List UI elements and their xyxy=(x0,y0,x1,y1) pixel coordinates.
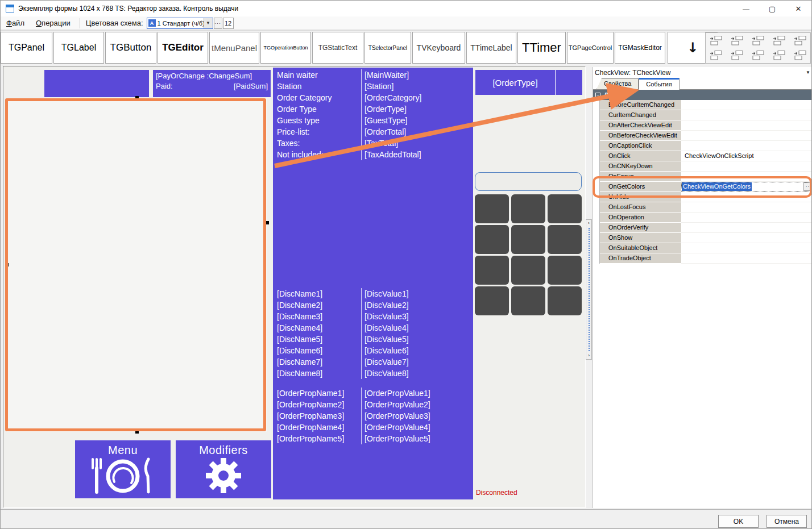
quantity-input[interactable] xyxy=(475,172,582,191)
event-name[interactable]: OnBeforeCheckViewEdit xyxy=(600,131,681,141)
toolbar-button-tgmaskeditor[interactable]: TGMaskEditor xyxy=(615,32,665,64)
chevron-down-icon[interactable]: ▼ xyxy=(204,18,213,28)
event-row-ontradeobject[interactable]: OnTradeObject xyxy=(593,253,812,264)
event-row-curitemchanged[interactable]: CurItemChanged xyxy=(593,110,812,120)
event-name[interactable]: OnCNKeyDown xyxy=(600,161,681,172)
event-value[interactable] xyxy=(681,192,812,202)
toolbar-button-tgbutton[interactable]: TGButton xyxy=(105,32,156,64)
toolbar-button-tgoperationbutton[interactable]: TGOperationButton xyxy=(260,32,311,64)
event-name[interactable]: OnTradeObject xyxy=(600,253,681,264)
event-value-editor[interactable]: CheckViewOnGetColors·· xyxy=(681,182,812,191)
order-info-panel[interactable]: Main waiter[MainWaiter]Station[Station]O… xyxy=(273,68,473,499)
design-label-row[interactable]: [OrderPropName2][OrderPropValue2] xyxy=(273,399,473,410)
event-value[interactable] xyxy=(681,141,812,151)
keypad-button[interactable] xyxy=(475,225,509,254)
design-label-row[interactable]: Price-list:[OrderTotal] xyxy=(273,126,473,138)
design-label-row[interactable]: Guests type[GuestType] xyxy=(273,115,473,126)
event-row-onclick[interactable]: OnClickCheckViewOnClickScript xyxy=(593,151,812,161)
design-label-row[interactable]: [DiscName5][DiscValue5] xyxy=(273,334,473,345)
close-icon[interactable]: ✕ xyxy=(785,1,811,16)
event-name[interactable]: OnOperation xyxy=(600,213,681,223)
design-label-row[interactable]: [DiscName6][DiscValue6] xyxy=(273,345,473,356)
event-value[interactable] xyxy=(681,253,812,264)
event-value[interactable] xyxy=(681,161,812,172)
toolbar-button-tgpagecontrol[interactable]: TGPageControl xyxy=(567,32,614,64)
event-name[interactable]: OnLostFocus xyxy=(600,202,681,213)
event-row-ongetcolors[interactable]: OnGetColorsCheckViewOnGetColors·· xyxy=(593,182,812,192)
design-label-row[interactable]: Not included:[TaxAddedTotal] xyxy=(273,149,473,160)
event-name[interactable]: OnShow xyxy=(600,233,681,243)
event-value[interactable]: CheckViewOnClickScript xyxy=(681,151,812,161)
event-value[interactable] xyxy=(681,110,812,120)
design-label-row[interactable]: [DiscName3][DiscValue3] xyxy=(273,311,473,322)
space-equally-horizontal-icon[interactable] xyxy=(772,35,786,46)
event-value[interactable] xyxy=(681,243,812,253)
toolbar-button-ttimer[interactable]: TTimer xyxy=(517,32,566,64)
design-label-row[interactable]: Main waiter[MainWaiter] xyxy=(273,69,473,81)
toolbar-button-tselectorpanel[interactable]: TSelectorPanel xyxy=(364,32,411,64)
keypad-button[interactable] xyxy=(511,194,545,223)
selection-handle[interactable] xyxy=(135,96,139,99)
keypad-button[interactable] xyxy=(548,194,582,223)
design-label-row[interactable]: [DiscName1][DiscValue1] xyxy=(273,288,473,299)
menu-button[interactable]: Menu xyxy=(75,440,171,498)
tab-properties[interactable]: Свойства xyxy=(596,78,639,89)
object-selector[interactable]: CheckView: TCheckView ▼ xyxy=(593,67,812,78)
toolbar-button-tgeditor[interactable]: TGEditor xyxy=(158,32,208,64)
event-value[interactable] xyxy=(681,202,812,213)
toolbar-button-tmenupanel[interactable]: tMenuPanel xyxy=(209,32,259,64)
toolbar-button-tgpanel[interactable]: TGPanel xyxy=(1,32,52,64)
event-value[interactable] xyxy=(681,172,812,182)
selected-event-handler[interactable]: CheckViewOnGetColors xyxy=(682,182,752,191)
ok-button[interactable]: OK xyxy=(718,515,759,528)
event-row-onshow[interactable]: OnShow xyxy=(593,233,812,243)
keypad-button[interactable] xyxy=(511,225,545,254)
event-name[interactable]: UnHide xyxy=(600,192,681,202)
design-label-row[interactable]: [OrderPropName1][OrderPropValue1] xyxy=(273,388,473,399)
cancel-button[interactable]: Отмена xyxy=(767,515,807,528)
menu-operations[interactable]: Операции xyxy=(30,18,76,28)
design-label-row[interactable]: [OrderPropName4][OrderPropValue4] xyxy=(273,422,473,433)
event-name[interactable]: OnGetColors xyxy=(600,182,681,192)
keypad-button[interactable] xyxy=(475,256,509,285)
event-name[interactable]: OnOrderVerify xyxy=(600,223,681,233)
toolbar-button-ttimelabel[interactable]: TTimeLabel xyxy=(466,32,516,64)
design-label-row[interactable]: [OrderPropName5][OrderPropValue5] xyxy=(273,433,473,444)
keypad-button[interactable] xyxy=(511,256,545,285)
align-bottom-edges-icon[interactable] xyxy=(793,50,807,61)
selection-handle[interactable] xyxy=(5,263,9,266)
event-name[interactable]: OnSuitableObject xyxy=(600,243,681,253)
design-panel-payment[interactable]: [PayOrChange :ChangeSum] Paid: [PaidSum] xyxy=(153,70,271,97)
selection-handle[interactable] xyxy=(266,221,269,224)
event-row-onsuitableobject[interactable]: OnSuitableObject xyxy=(593,243,812,253)
event-row-beforecuritemchanged[interactable]: BeforeCurItemChanged xyxy=(593,100,812,110)
make-same-width-icon[interactable] xyxy=(751,35,765,46)
ellipsis-button[interactable]: ·· xyxy=(803,182,812,191)
event-row-onlostfocus[interactable]: OnLostFocus xyxy=(593,202,812,213)
design-label-row[interactable]: [DiscName4][DiscValue4] xyxy=(273,322,473,334)
design-label-row[interactable]: Order Type[OrderType] xyxy=(273,103,473,115)
minimize-icon[interactable]: — xyxy=(733,1,759,16)
design-label-row[interactable]: [DiscName2][DiscValue2] xyxy=(273,299,473,311)
design-label-row[interactable]: Taxes:[TaxTotal] xyxy=(273,138,473,149)
event-name[interactable]: OnAfterCheckViewEdit xyxy=(600,120,681,131)
event-value[interactable] xyxy=(681,223,812,233)
color-scheme-combo[interactable]: A 1 Стандарт (ч/б) ▼ xyxy=(147,18,213,29)
event-value[interactable] xyxy=(681,131,812,141)
panel-splitter[interactable]: › › xyxy=(586,219,592,360)
event-value[interactable] xyxy=(681,213,812,223)
scheme-more-button[interactable]: ··· xyxy=(214,18,222,29)
align-left-edges-icon[interactable] xyxy=(709,35,723,46)
keypad-button[interactable] xyxy=(548,286,582,315)
design-label-row[interactable]: [OrderPropName3][OrderPropValue3] xyxy=(273,410,473,422)
event-name[interactable]: OnCaptionClick xyxy=(600,141,681,151)
align-top-edges-icon[interactable] xyxy=(709,50,723,61)
keypad-button[interactable] xyxy=(475,194,509,223)
form-design-area[interactable]: [PayOrChange :ChangeSum] Paid: [PaidSum]… xyxy=(3,66,586,508)
design-label-row[interactable]: Order Category[OrderCategory] xyxy=(273,92,473,103)
keypad-button[interactable] xyxy=(548,225,582,254)
event-row-unhide[interactable]: UnHide xyxy=(593,192,812,202)
event-row-onorderverify[interactable]: OnOrderVerify xyxy=(593,223,812,233)
event-value[interactable] xyxy=(681,233,812,243)
design-panel-blank[interactable] xyxy=(44,70,149,97)
